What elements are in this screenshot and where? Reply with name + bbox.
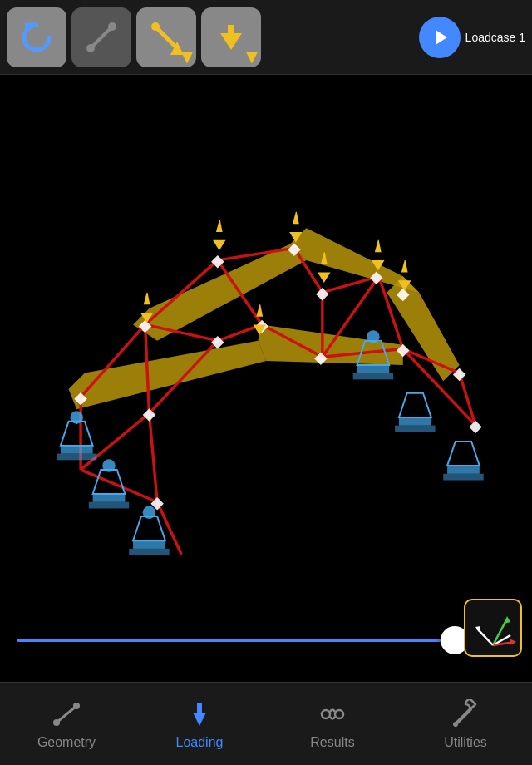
canvas-area [0,75,532,599]
svg-rect-68 [61,446,93,454]
bottom-nav: Geometry Loading Results [0,682,532,765]
svg-point-103 [335,710,343,718]
svg-marker-43 [316,288,329,301]
loading-icon [184,698,215,730]
svg-rect-69 [57,454,96,461]
move-dropdown-arrow [246,52,258,64]
svg-line-3 [91,27,112,48]
member-button[interactable] [71,7,131,67]
nav-item-loading[interactable]: Loading [150,698,249,750]
svg-point-5 [151,22,160,31]
svg-marker-84 [399,393,431,417]
svg-rect-73 [93,494,126,502]
load-button[interactable] [136,7,196,67]
svg-marker-67 [61,422,93,446]
svg-rect-74 [89,502,129,509]
slider-track [17,639,457,642]
svg-line-95 [477,629,493,645]
svg-rect-101 [197,703,202,714]
svg-line-104 [456,709,470,724]
svg-marker-7 [220,33,242,50]
svg-marker-53 [216,220,223,232]
svg-rect-82 [353,373,393,380]
axis-widget[interactable] [464,599,522,657]
svg-point-99 [73,703,80,709]
svg-line-97 [57,706,76,723]
svg-line-4 [155,27,177,48]
svg-line-16 [145,324,150,413]
svg-point-98 [53,719,60,726]
undo-button[interactable] [7,7,66,67]
svg-marker-100 [193,713,206,726]
loadcase-area: Loadcase 1 [419,17,525,58]
svg-marker-61 [256,304,263,317]
svg-marker-65 [401,260,408,273]
svg-line-18 [149,413,157,502]
nav-item-results[interactable]: Results [283,698,382,750]
svg-rect-78 [129,549,169,555]
toolbar: Loadcase 1 [0,0,532,75]
slider-area [0,615,532,665]
svg-point-102 [322,710,330,718]
loadcase-next-button[interactable] [419,17,461,58]
svg-marker-63 [144,293,150,305]
nav-item-geometry[interactable]: Geometry [17,698,116,750]
svg-rect-8 [228,25,234,35]
utilities-label: Utilities [444,735,487,750]
utilities-icon [450,698,481,730]
svg-marker-13 [69,341,266,409]
nav-item-utilities[interactable]: Utilities [416,698,515,750]
loadcase-label: Loadcase 1 [466,31,525,44]
svg-rect-86 [395,426,435,432]
svg-rect-81 [357,365,390,373]
svg-rect-88 [447,466,480,474]
results-label: Results [310,735,354,750]
results-icon [317,698,348,730]
load-dropdown-arrow [181,52,193,64]
svg-marker-76 [133,516,165,540]
svg-marker-87 [447,442,480,466]
svg-marker-59 [375,240,382,253]
svg-marker-9 [436,30,447,45]
geometry-label: Geometry [37,735,96,750]
svg-point-105 [453,722,458,727]
svg-marker-94 [510,639,516,645]
svg-marker-55 [293,212,299,225]
loading-label: Loading [176,735,224,750]
svg-marker-54 [213,240,226,251]
svg-point-75 [102,459,116,472]
svg-point-83 [367,330,380,343]
svg-point-79 [143,506,156,520]
move-button[interactable] [201,7,261,67]
svg-rect-85 [399,417,431,426]
geometry-icon [51,698,82,730]
svg-rect-77 [133,540,165,549]
svg-rect-89 [443,474,483,481]
svg-marker-58 [318,272,331,283]
svg-marker-92 [504,616,510,624]
